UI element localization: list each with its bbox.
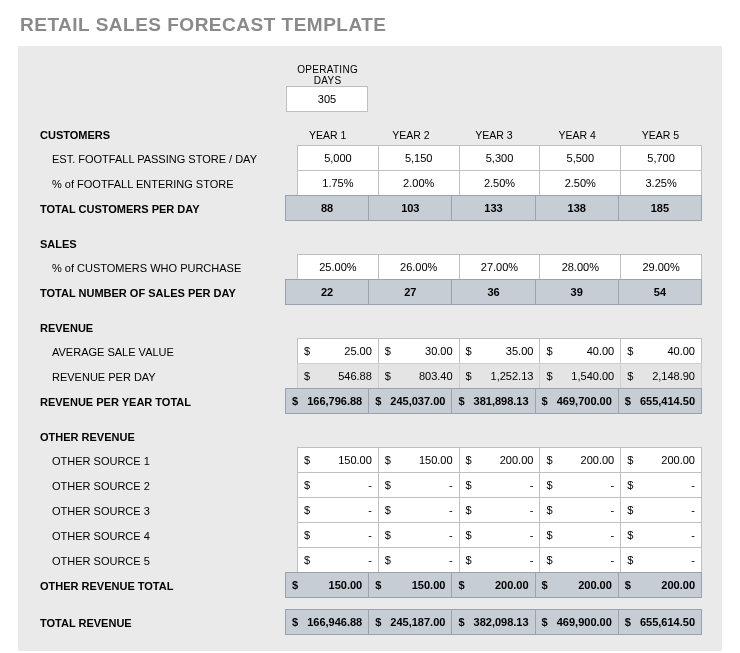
operating-days-input[interactable]: 305 [286,86,368,112]
avg-sale-y5[interactable]: $40.00 [620,338,702,364]
pctpurchase-y4[interactable]: 28.00% [539,254,621,280]
total-sales-y4: 39 [535,279,619,305]
avg-sale-y4[interactable]: $40.00 [539,338,621,364]
other-source-3-y1[interactable]: $- [297,497,379,523]
total-revenue-row: TOTAL REVENUE $166,946.88 $245,187.00 $3… [38,610,702,635]
rev-year-total-y2: $245,037.00 [368,388,452,414]
total-sales-y2: 27 [368,279,452,305]
rev-year-total-y3: $381,898.13 [451,388,535,414]
rev-per-day-y1: $546.88 [297,363,379,389]
pctentry-y1[interactable]: 1.75% [297,170,379,196]
pctpurchase-row: % of CUSTOMERS WHO PURCHASE 25.00% 26.00… [38,255,702,280]
other-source-2-y2[interactable]: $- [378,472,460,498]
other-total-y4: $200.00 [535,572,619,598]
section-header-other-row: OTHER REVENUE [38,426,702,448]
rev-per-day-row: REVENUE PER DAY $546.88 $803.40 $1,252.1… [38,364,702,389]
other-source-label: OTHER SOURCE 2 [38,473,298,498]
other-source-3-y3[interactable]: $- [459,497,541,523]
other-source-label: OTHER SOURCE 1 [38,448,298,473]
other-source-row: OTHER SOURCE 5$-$-$-$-$- [38,548,702,573]
pctpurchase-y2[interactable]: 26.00% [378,254,460,280]
operating-days-value-row: 305 [38,86,702,112]
rev-year-total-y1: $166,796.88 [285,388,369,414]
other-source-4-y4[interactable]: $- [539,522,621,548]
other-source-5-y2[interactable]: $- [378,547,460,573]
section-header-revenue: REVENUE [38,317,286,339]
other-source-1-y5[interactable]: $200.00 [620,447,702,473]
other-total-y1: $150.00 [285,572,369,598]
operating-days-label: OPERATING DAYS [286,64,369,86]
section-header-revenue-row: REVENUE [38,317,702,339]
avg-sale-row: AVERAGE SALE VALUE $25.00 $30.00 $35.00 … [38,339,702,364]
avg-sale-y2[interactable]: $30.00 [378,338,460,364]
avg-sale-label: AVERAGE SALE VALUE [38,339,298,364]
section-header-sales-row: SALES [38,233,702,255]
other-source-2-y5[interactable]: $- [620,472,702,498]
other-source-row: OTHER SOURCE 2$-$-$-$-$- [38,473,702,498]
other-source-5-y1[interactable]: $- [297,547,379,573]
other-source-4-y1[interactable]: $- [297,522,379,548]
pctentry-y5[interactable]: 3.25% [620,170,702,196]
footfall-y4[interactable]: 5,500 [539,145,621,171]
other-source-2-y3[interactable]: $- [459,472,541,498]
total-revenue-label: TOTAL REVENUE [38,610,286,635]
other-source-row: OTHER SOURCE 3$-$-$-$-$- [38,498,702,523]
other-total-y5: $200.00 [618,572,702,598]
footfall-y1[interactable]: 5,000 [297,145,379,171]
year-col-5: YEAR 5 [619,124,702,146]
pctentry-row: % of FOOTFALL ENTERING STORE 1.75% 2.00%… [38,171,702,196]
total-sales-y1: 22 [285,279,369,305]
pctentry-y2[interactable]: 2.00% [378,170,460,196]
pctentry-y4[interactable]: 2.50% [539,170,621,196]
other-source-2-y1[interactable]: $- [297,472,379,498]
avg-sale-y3[interactable]: $35.00 [459,338,541,364]
operating-days-row: OPERATING DAYS [38,64,702,86]
footfall-y3[interactable]: 5,300 [459,145,541,171]
pctentry-y3[interactable]: 2.50% [459,170,541,196]
rev-year-total-label: REVENUE PER YEAR TOTAL [38,389,286,414]
other-source-4-y2[interactable]: $- [378,522,460,548]
other-source-1-y4[interactable]: $200.00 [539,447,621,473]
other-source-5-y3[interactable]: $- [459,547,541,573]
year-col-3: YEAR 3 [452,124,535,146]
other-revenue-total-row: OTHER REVENUE TOTAL $150.00 $150.00 $200… [38,573,702,598]
pctpurchase-y5[interactable]: 29.00% [620,254,702,280]
other-source-2-y4[interactable]: $- [539,472,621,498]
total-sales-y5: 54 [618,279,702,305]
other-source-1-y2[interactable]: $150.00 [378,447,460,473]
other-source-label: OTHER SOURCE 4 [38,523,298,548]
avg-sale-y1[interactable]: $25.00 [297,338,379,364]
other-source-1-y3[interactable]: $200.00 [459,447,541,473]
other-source-label: OTHER SOURCE 5 [38,548,298,573]
other-source-row: OTHER SOURCE 4$-$-$-$-$- [38,523,702,548]
other-source-3-y5[interactable]: $- [620,497,702,523]
rev-year-total-y5: $655,414.50 [618,388,702,414]
year-header-row: CUSTOMERS YEAR 1 YEAR 2 YEAR 3 YEAR 4 YE… [38,124,702,146]
year-col-4: YEAR 4 [536,124,619,146]
pctpurchase-y1[interactable]: 25.00% [297,254,379,280]
total-customers-y3: 133 [451,195,535,221]
total-customers-y1: 88 [285,195,369,221]
total-revenue-y3: $382,098.13 [451,609,535,635]
other-source-4-y5[interactable]: $- [620,522,702,548]
rev-year-total-row: REVENUE PER YEAR TOTAL $166,796.88 $245,… [38,389,702,414]
other-source-3-y2[interactable]: $- [378,497,460,523]
rev-per-day-y3: $1,252.13 [459,363,541,389]
pctpurchase-y3[interactable]: 27.00% [459,254,541,280]
other-source-4-y3[interactable]: $- [459,522,541,548]
total-revenue-y4: $469,900.00 [535,609,619,635]
footfall-y2[interactable]: 5,150 [378,145,460,171]
other-source-5-y4[interactable]: $- [539,547,621,573]
rev-per-day-y2: $803.40 [378,363,460,389]
other-source-5-y5[interactable]: $- [620,547,702,573]
total-sales-label: TOTAL NUMBER OF SALES PER DAY [38,280,286,305]
page-title: RETAIL SALES FORECAST TEMPLATE [20,14,722,36]
footfall-y5[interactable]: 5,700 [620,145,702,171]
rev-per-day-label: REVENUE PER DAY [38,364,298,389]
year-col-1: YEAR 1 [286,124,369,146]
other-source-3-y4[interactable]: $- [539,497,621,523]
other-source-1-y1[interactable]: $150.00 [297,447,379,473]
total-sales-row: TOTAL NUMBER OF SALES PER DAY 22 27 36 3… [38,280,702,305]
total-revenue-y1: $166,946.88 [285,609,369,635]
year-col-2: YEAR 2 [369,124,452,146]
